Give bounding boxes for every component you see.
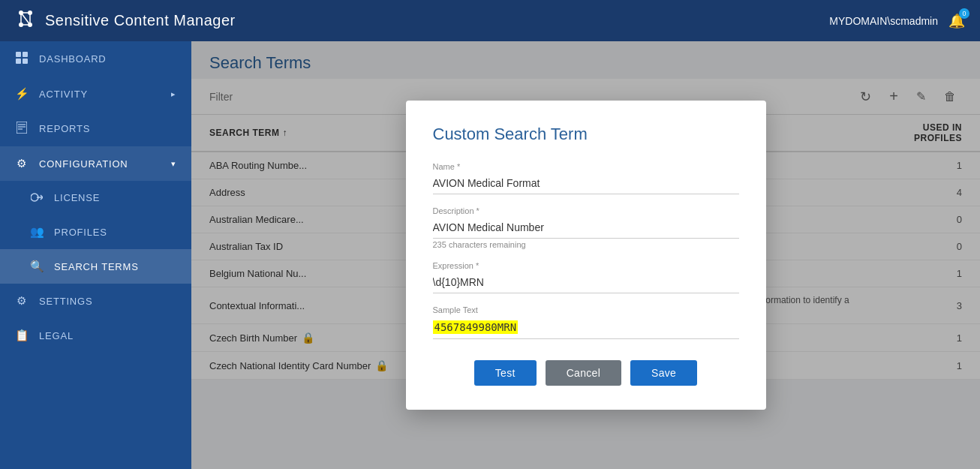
- expression-field-group: Expression *: [433, 261, 739, 293]
- char-count: 235 characters remaining: [433, 240, 739, 249]
- svg-rect-10: [23, 52, 28, 57]
- expression-input[interactable]: [433, 273, 739, 293]
- sidebar-label-configuration: CONFIGURATION: [39, 158, 128, 170]
- name-input[interactable]: [433, 174, 739, 194]
- sidebar: DASHBOARD ⚡ ACTIVITY ▸ REPORTS ⚙ CONFIGU…: [0, 41, 191, 469]
- svg-rect-9: [16, 52, 21, 57]
- header-left: Sensitive Content Manager: [15, 8, 236, 33]
- header-right: MYDOMAIN\scmadmin 🔔 0: [829, 13, 965, 29]
- svg-rect-11: [16, 59, 21, 64]
- modal-overlay: Custom Search Term Name * Description * …: [191, 41, 980, 469]
- main-layout: DASHBOARD ⚡ ACTIVITY ▸ REPORTS ⚙ CONFIGU…: [0, 41, 980, 469]
- sample-text-label: Sample Text: [433, 305, 739, 314]
- license-icon: [30, 191, 44, 204]
- sidebar-label-search-terms: SEARCH TERMS: [54, 261, 139, 272]
- svg-rect-12: [23, 59, 28, 64]
- sidebar-label-activity: ACTIVITY: [39, 89, 88, 100]
- save-button[interactable]: Save: [630, 360, 697, 386]
- sidebar-label-dashboard: DASHBOARD: [39, 53, 107, 65]
- name-field-group: Name *: [433, 162, 739, 194]
- notification-bell[interactable]: 🔔 0: [948, 13, 965, 29]
- sidebar-label-license: LICENSE: [54, 192, 100, 203]
- sidebar-item-dashboard[interactable]: DASHBOARD: [0, 41, 191, 77]
- activity-chevron: ▸: [171, 89, 176, 99]
- expression-label: Expression *: [433, 261, 739, 270]
- notification-count: 0: [959, 8, 969, 19]
- sidebar-item-profiles[interactable]: 👥 PROFILES: [0, 215, 191, 249]
- sidebar-label-settings: SETTINGS: [39, 296, 92, 307]
- modal-dialog: Custom Search Term Name * Description * …: [406, 101, 766, 410]
- sidebar-item-reports[interactable]: REPORTS: [0, 111, 191, 146]
- description-input[interactable]: [433, 218, 739, 239]
- logo-icon: [15, 8, 36, 33]
- search-terms-icon: 🔍: [30, 260, 44, 273]
- svg-rect-13: [17, 122, 27, 134]
- sidebar-item-search-terms[interactable]: 🔍 SEARCH TERMS: [0, 249, 191, 284]
- header: Sensitive Content Manager MYDOMAIN\scmad…: [0, 0, 980, 41]
- settings-icon: ⚙: [15, 294, 29, 308]
- sidebar-item-configuration[interactable]: ⚙ CONFIGURATION ▾: [0, 146, 191, 181]
- configuration-chevron: ▾: [171, 159, 176, 169]
- modal-actions: Test Cancel Save: [433, 360, 739, 386]
- sidebar-label-reports: REPORTS: [39, 123, 90, 134]
- sidebar-label-legal: LEGAL: [39, 330, 74, 341]
- legal-icon: 📋: [15, 329, 29, 342]
- description-label: Description *: [433, 206, 739, 215]
- sidebar-item-settings[interactable]: ⚙ SETTINGS: [0, 284, 191, 318]
- reports-icon: [15, 122, 29, 136]
- configuration-icon: ⚙: [15, 157, 29, 170]
- name-label: Name *: [433, 162, 739, 171]
- username: MYDOMAIN\scmadmin: [829, 15, 938, 27]
- cancel-button[interactable]: Cancel: [546, 360, 621, 386]
- description-field-group: Description * 235 characters remaining: [433, 206, 739, 249]
- app-title: Sensitive Content Manager: [45, 12, 236, 29]
- sidebar-item-activity[interactable]: ⚡ ACTIVITY ▸: [0, 77, 191, 111]
- activity-icon: ⚡: [15, 87, 29, 101]
- sidebar-label-profiles: PROFILES: [54, 227, 107, 238]
- sample-text-value: 4567849980MRN: [433, 320, 519, 334]
- test-button[interactable]: Test: [474, 360, 537, 386]
- sidebar-item-license[interactable]: LICENSE: [0, 181, 191, 215]
- dashboard-icon: [15, 52, 29, 66]
- modal-title: Custom Search Term: [433, 125, 739, 144]
- main-content: Search Terms ↻ + ✎ 🗑 Search Term ↑ Used …: [191, 41, 980, 469]
- sidebar-item-legal[interactable]: 📋 LEGAL: [0, 318, 191, 353]
- sample-text-field-group: Sample Text 4567849980MRN: [433, 305, 739, 339]
- profiles-icon: 👥: [30, 225, 44, 239]
